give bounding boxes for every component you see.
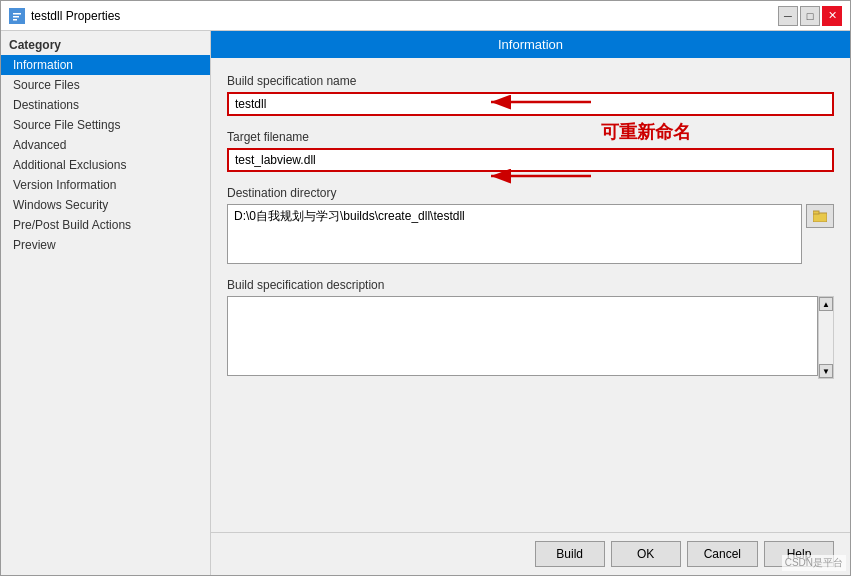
sidebar-item-destinations[interactable]: Destinations	[1, 95, 210, 115]
panel-buttons: Build OK Cancel Help	[211, 532, 850, 575]
title-text: testdll Properties	[31, 9, 120, 23]
sidebar-item-pre-post-build[interactable]: Pre/Post Build Actions	[1, 215, 210, 235]
folder-browse-button[interactable]	[806, 204, 834, 228]
ok-button[interactable]: OK	[611, 541, 681, 567]
svg-rect-1	[13, 13, 21, 15]
build-spec-input[interactable]	[227, 92, 834, 116]
close-button[interactable]: ✕	[822, 6, 842, 26]
scroll-up-arrow[interactable]: ▲	[819, 297, 833, 311]
svg-rect-8	[813, 211, 819, 214]
title-controls: ─ □ ✕	[778, 6, 842, 26]
panel-header: Information	[211, 31, 850, 58]
sidebar-item-windows-security[interactable]: Windows Security	[1, 195, 210, 215]
destination-dir-value: D:\0自我规划与学习\builds\create_dll\testdll	[227, 204, 802, 264]
sidebar: Category Information Source Files Destin…	[1, 31, 211, 575]
build-button[interactable]: Build	[535, 541, 605, 567]
sidebar-item-version-information[interactable]: Version Information	[1, 175, 210, 195]
description-textarea-wrapper: ▲ ▼	[227, 296, 834, 379]
target-filename-input[interactable]	[227, 148, 834, 172]
dialog-window: testdll Properties ─ □ ✕ Category Inform…	[0, 0, 851, 576]
scroll-down-arrow[interactable]: ▼	[819, 364, 833, 378]
build-spec-group: Build specification name	[227, 74, 834, 116]
sidebar-item-advanced[interactable]: Advanced	[1, 135, 210, 155]
destination-dir-group: Destination directory D:\0自我规划与学习\builds…	[227, 186, 834, 264]
app-icon	[9, 8, 25, 24]
target-filename-group: Target filename	[227, 130, 834, 172]
destination-dir-row: D:\0自我规划与学习\builds\create_dll\testdll	[227, 204, 834, 264]
description-textarea[interactable]	[227, 296, 818, 376]
title-bar-left: testdll Properties	[9, 8, 120, 24]
sidebar-item-source-file-settings[interactable]: Source File Settings	[1, 115, 210, 135]
cancel-button[interactable]: Cancel	[687, 541, 758, 567]
watermark: CSDN是平台	[782, 555, 846, 571]
description-group: Build specification description ▲ ▼	[227, 278, 834, 379]
sidebar-item-additional-exclusions[interactable]: Additional Exclusions	[1, 155, 210, 175]
sidebar-item-source-files[interactable]: Source Files	[1, 75, 210, 95]
destination-dir-label: Destination directory	[227, 186, 834, 200]
textarea-scrollbar: ▲ ▼	[818, 296, 834, 379]
minimize-button[interactable]: ─	[778, 6, 798, 26]
sidebar-category-label: Category	[1, 35, 210, 55]
sidebar-item-preview[interactable]: Preview	[1, 235, 210, 255]
main-panel: Information	[211, 31, 850, 575]
panel-body: 可重新命名 Build specification name Target fi…	[211, 58, 850, 532]
maximize-button[interactable]: □	[800, 6, 820, 26]
target-filename-label: Target filename	[227, 130, 834, 144]
svg-rect-3	[13, 19, 17, 21]
build-spec-label: Build specification name	[227, 74, 834, 88]
main-content: Category Information Source Files Destin…	[1, 31, 850, 575]
title-bar: testdll Properties ─ □ ✕	[1, 1, 850, 31]
description-label: Build specification description	[227, 278, 834, 292]
svg-rect-2	[13, 16, 19, 18]
sidebar-item-information[interactable]: Information	[1, 55, 210, 75]
